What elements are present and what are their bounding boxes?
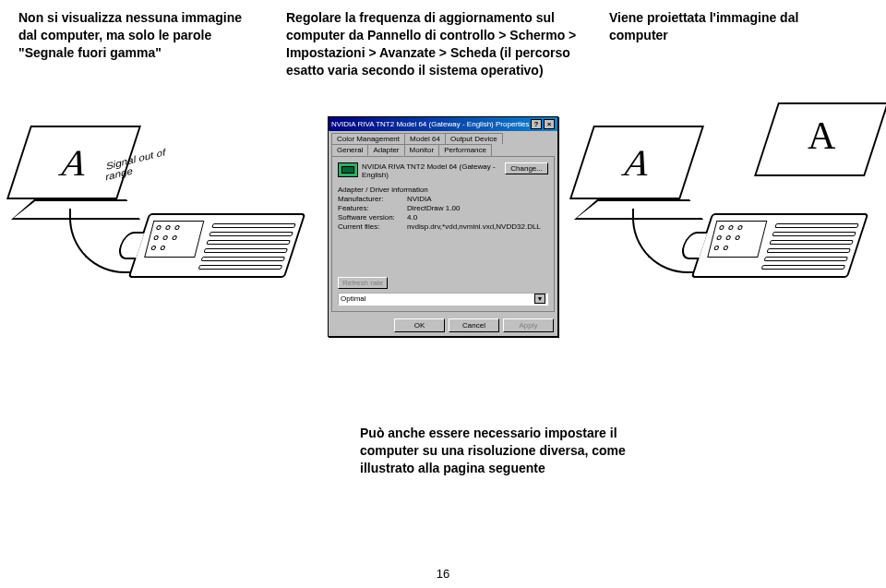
- header-row: Non si visualizza nessuna immagine dal c…: [0, 0, 886, 79]
- illustration-left: A Signal out of range: [18, 116, 305, 310]
- laptop-letter: A: [54, 141, 95, 185]
- tab-model64[interactable]: Model 64: [404, 133, 446, 144]
- cancel-button[interactable]: Cancel: [449, 318, 499, 332]
- chip-icon: [338, 162, 358, 177]
- tab-output-device[interactable]: Output Device: [445, 133, 503, 144]
- refresh-rate-label: Refresh rate: [338, 277, 388, 289]
- kv-key: Current files:: [338, 222, 407, 231]
- col-action: Regolare la frequenza di aggiornamento s…: [286, 9, 609, 79]
- chevron-down-icon[interactable]: ▼: [534, 294, 545, 304]
- titlebar: NVIDIA RIVA TNT2 Model 64 (Gateway - Eng…: [329, 117, 557, 131]
- driver-name: NVIDIA RIVA TNT2 Model 64 (Gateway - Eng…: [362, 162, 501, 180]
- kv-key: Manufacturer:: [338, 195, 407, 203]
- dialog-title: NVIDIA RIVA TNT2 Model 64 (Gateway - Eng…: [331, 120, 529, 128]
- ok-button[interactable]: OK: [394, 318, 445, 332]
- col-result: Viene proiettata l'immagine dal computer: [609, 9, 868, 79]
- combo-value: Optimal: [341, 294, 366, 303]
- col-problem: Non si visualizza nessuna immagine dal c…: [18, 9, 286, 79]
- refresh-rate-combo[interactable]: Optimal ▼: [338, 293, 548, 306]
- caption: Può anche essere necessario impostare il…: [360, 425, 628, 477]
- kv-val: nvdisp.drv,*vdd,nvmini.vxd,NVDD32.DLL: [407, 222, 548, 231]
- kv-val: DirectDraw 1.00: [407, 204, 548, 212]
- change-button[interactable]: Change...: [505, 162, 548, 174]
- tab-general[interactable]: General: [331, 144, 368, 156]
- projector: [138, 213, 295, 278]
- kv-key: Features:: [338, 204, 407, 212]
- page-number: 16: [0, 567, 886, 581]
- kv-val: NVIDIA: [407, 195, 548, 203]
- properties-dialog: NVIDIA RIVA TNT2 Model 64 (Gateway - Eng…: [328, 116, 558, 337]
- laptop-letter: A: [617, 141, 658, 185]
- tab-monitor[interactable]: Monitor: [404, 144, 440, 156]
- apply-button[interactable]: Apply: [503, 318, 554, 332]
- section-label: Adapter / Driver information: [338, 186, 548, 194]
- close-icon[interactable]: ×: [544, 119, 555, 129]
- help-icon[interactable]: ?: [531, 119, 542, 129]
- illustration-right: A: [581, 116, 868, 310]
- kv-key: Software version:: [338, 213, 407, 222]
- kv-val: 4.0: [407, 213, 548, 222]
- projected-letter: A: [808, 114, 835, 158]
- projector: [701, 213, 858, 278]
- tab-adapter[interactable]: Adapter: [367, 144, 404, 156]
- tab-performance[interactable]: Performance: [438, 144, 492, 156]
- signal-text: Signal out of range: [105, 146, 166, 182]
- projected-screen: A: [766, 102, 877, 176]
- tab-color-management[interactable]: Color Management: [331, 133, 405, 144]
